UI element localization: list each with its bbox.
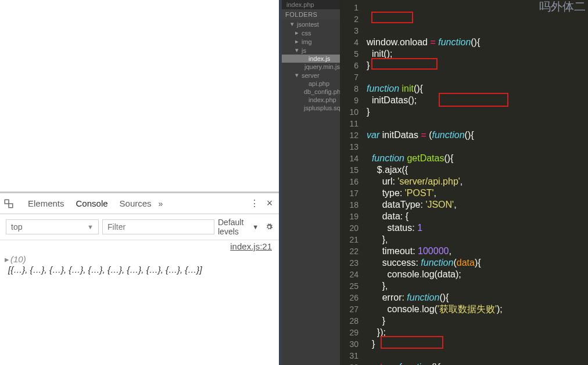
line-number: 28 <box>340 315 358 327</box>
code-line[interactable]: var initDatas = (function(){ <box>367 129 588 141</box>
code-line[interactable]: }, <box>367 234 588 245</box>
sidebar-item[interactable]: ▾jsontest <box>282 20 340 28</box>
code-line[interactable]: type: 'POST', <box>367 187 588 199</box>
line-number: 1 <box>340 2 358 13</box>
tab-sources[interactable]: Sources <box>114 194 157 212</box>
devtools-tabbar: Elements Console Sources » ⋮ × <box>0 193 279 214</box>
sidebar-item[interactable]: index.js <box>282 55 340 63</box>
line-number: 17 <box>340 187 358 199</box>
kebab-icon[interactable]: ⋮ <box>249 198 260 209</box>
code-line[interactable]: error: function(){ <box>367 292 588 303</box>
line-number: 31 <box>340 350 358 362</box>
code-line[interactable]: timeout: 100000, <box>367 245 588 257</box>
context-label: top <box>11 222 22 232</box>
sidebar-item[interactable]: ▸img <box>282 37 340 46</box>
line-gutter: 1234567891011121314151617181920212223242… <box>340 0 363 365</box>
code-line[interactable] <box>367 71 588 83</box>
sidebar-item[interactable]: index.php <box>282 96 340 104</box>
code-area[interactable]: 吗外体二 window.onload = function(){ init();… <box>363 0 588 365</box>
code-line[interactable]: function getDatas(){ <box>367 153 588 164</box>
browser-pane: Elements Console Sources » ⋮ × top ▼ Def… <box>0 0 282 365</box>
folder-icon: ▸ <box>295 29 299 37</box>
sidebar-item-label: jquery.min.js <box>304 63 340 70</box>
code-line[interactable] <box>367 118 588 129</box>
sidebar-item-label: server <box>302 72 320 79</box>
code-line[interactable]: return function(){ <box>367 362 588 365</box>
code-line[interactable]: } <box>367 106 588 118</box>
file-sidebar: index.php FOLDERS ▾jsontest▸css▸img▾jsin… <box>282 0 340 365</box>
line-number: 27 <box>340 303 358 315</box>
line-number: 8 <box>340 83 358 95</box>
line-number: 24 <box>340 269 358 280</box>
line-number: 9 <box>340 95 358 106</box>
code-line[interactable]: url: 'server/api.php', <box>367 176 588 187</box>
tabs-overflow-icon[interactable]: » <box>159 199 163 208</box>
code-line[interactable]: }); <box>367 327 588 338</box>
line-number: 20 <box>340 222 358 234</box>
line-number: 2 <box>340 13 358 25</box>
sidebar-item-label: index.js <box>309 55 330 62</box>
code-line[interactable]: window.onload = function(){ <box>367 37 588 48</box>
code-line[interactable]: initDatas(); <box>367 95 588 106</box>
console-line[interactable]: ▸(10) <box>5 254 274 265</box>
tab-elements[interactable]: Elements <box>22 194 70 212</box>
close-icon[interactable]: × <box>264 197 275 209</box>
gear-icon[interactable] <box>266 222 273 232</box>
folder-icon: ▾ <box>295 71 299 79</box>
code-editor-pane: index.php FOLDERS ▾jsontest▸css▸img▾jsin… <box>282 0 588 365</box>
console-output: index.js:21 ▸(10) [{…}, {…}, {…}, {…}, {… <box>0 240 279 277</box>
sidebar-item[interactable]: ▸css <box>282 28 340 37</box>
line-number: 7 <box>340 71 358 83</box>
console-filter-bar: top ▼ Default levels ▼ <box>0 214 279 240</box>
folder-icon: ▾ <box>295 46 299 54</box>
line-number: 18 <box>340 199 358 211</box>
sidebar-item[interactable]: jquery.min.js <box>282 63 340 71</box>
code-line[interactable]: $.ajax({ <box>367 164 588 176</box>
code-line[interactable]: console.log(data); <box>367 269 588 280</box>
sidebar-item[interactable]: ▾js <box>282 46 340 55</box>
code-line[interactable]: success: function(data){ <box>367 257 588 269</box>
highlight-box <box>371 12 413 23</box>
text-editor[interactable]: 1234567891011121314151617181920212223242… <box>340 0 588 365</box>
code-line[interactable]: data: { <box>367 211 588 222</box>
line-number: 30 <box>340 338 358 350</box>
sidebar-item[interactable]: db_config.php <box>282 88 340 96</box>
code-line[interactable] <box>367 350 588 362</box>
code-line[interactable]: } <box>367 338 588 350</box>
expand-icon[interactable]: ▸ <box>5 254 9 265</box>
tab-console[interactable]: Console <box>70 194 114 212</box>
log-levels-selector[interactable]: Default levels ▼ <box>218 218 259 236</box>
line-number: 11 <box>340 118 358 129</box>
folder-icon: ▸ <box>295 38 299 45</box>
context-selector[interactable]: top ▼ <box>6 219 99 234</box>
sidebar-item[interactable]: api.php <box>282 79 340 88</box>
source-link[interactable]: index.js:21 <box>230 241 272 251</box>
svg-rect-1 <box>9 204 13 208</box>
code-line[interactable]: } <box>367 60 588 71</box>
console-line[interactable]: [{…}, {…}, {…}, {…}, {…}, {…}, {…}, {…},… <box>5 265 274 274</box>
line-number: 12 <box>340 129 358 141</box>
sidebar-open-tab[interactable]: index.php <box>282 0 340 9</box>
sidebar-item-label: css <box>302 30 311 37</box>
browser-viewport <box>0 0 279 191</box>
line-number: 14 <box>340 153 358 164</box>
code-line[interactable]: }, <box>367 280 588 292</box>
line-number: 26 <box>340 292 358 303</box>
line-number: 16 <box>340 176 358 187</box>
inspect-icon[interactable] <box>3 198 14 209</box>
sidebar-item-label: img <box>302 38 312 45</box>
line-number: 4 <box>340 37 358 48</box>
levels-label: Default levels <box>218 218 250 236</box>
code-line[interactable] <box>367 141 588 153</box>
code-line[interactable]: dataType: 'JSON', <box>367 199 588 211</box>
sidebar-item[interactable]: jsplusplus.sql <box>282 104 340 112</box>
line-number: 25 <box>340 280 358 292</box>
filter-input[interactable] <box>102 219 214 234</box>
sidebar-item[interactable]: ▾server <box>282 71 340 79</box>
code-line[interactable]: function init(){ <box>367 83 588 95</box>
line-number: 3 <box>340 25 358 37</box>
code-line[interactable]: console.log('获取数据失败'); <box>367 303 588 315</box>
code-line[interactable]: status: 1 <box>367 222 588 234</box>
code-line[interactable]: } <box>367 315 588 327</box>
code-line[interactable]: init(); <box>367 48 588 60</box>
